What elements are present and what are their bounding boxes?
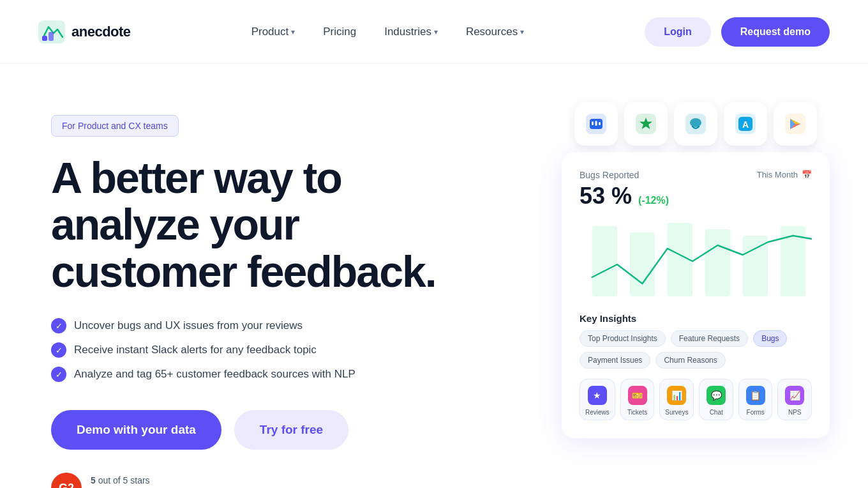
card-header: Bugs Reported 53 % (-12%) This Month 📅 bbox=[580, 170, 812, 210]
check-icon: ✓ bbox=[51, 318, 66, 333]
login-button[interactable]: Login bbox=[645, 17, 711, 47]
rating-row: G2 5 out of 5 stars ★ ★ ★ ★ ★ bbox=[51, 473, 436, 488]
nav-links: Product ▾ Pricing Industries ▾ Resources… bbox=[240, 19, 536, 45]
svg-rect-21 bbox=[630, 233, 655, 296]
nav-resources[interactable]: Resources ▾ bbox=[454, 19, 535, 45]
svg-rect-23 bbox=[705, 229, 730, 296]
source-reviews[interactable]: ★ Reviews bbox=[580, 379, 615, 420]
surveys-icon: 📊 bbox=[667, 386, 686, 405]
feature-item: ✓ Uncover bugs and UX issues from your r… bbox=[51, 318, 436, 333]
logo-icon bbox=[38, 20, 65, 43]
tickets-label: Tickets bbox=[627, 409, 647, 416]
tag-payment-issues[interactable]: Payment Issues bbox=[580, 352, 650, 369]
source-chat[interactable]: 💬 Chat bbox=[699, 379, 733, 420]
surveys-label: Surveys bbox=[665, 409, 688, 416]
trustpilot-icon-box[interactable] bbox=[624, 102, 668, 146]
source-forms[interactable]: 📋 Forms bbox=[738, 379, 773, 420]
hero-features: ✓ Uncover bugs and UX issues from your r… bbox=[51, 318, 436, 382]
tickets-icon: 🎫 bbox=[628, 386, 647, 405]
svg-rect-6 bbox=[595, 121, 597, 126]
nav-pricing[interactable]: Pricing bbox=[311, 19, 368, 45]
logo-text: anecdote bbox=[71, 24, 131, 40]
this-month: This Month 📅 bbox=[757, 170, 812, 179]
svg-rect-5 bbox=[592, 121, 594, 125]
hero-title: A better way toanalyze yourcustomer feed… bbox=[51, 155, 436, 295]
hero-content: For Product and CX teams A better way to… bbox=[51, 102, 436, 488]
rating-info: 5 out of 5 stars ★ ★ ★ ★ ★ bbox=[91, 475, 150, 488]
chevron-down-icon: ▾ bbox=[291, 27, 295, 36]
chat-label: Chat bbox=[710, 409, 723, 416]
nps-icon: 📈 bbox=[785, 386, 804, 405]
tag-churn-reasons[interactable]: Churn Reasons bbox=[655, 352, 725, 369]
svg-rect-20 bbox=[592, 226, 617, 296]
svg-rect-7 bbox=[599, 122, 601, 125]
source-buttons: ★ Reviews 🎫 Tickets 📊 Surveys 💬 Chat 📋 bbox=[580, 379, 812, 420]
source-tickets[interactable]: 🎫 Tickets bbox=[620, 379, 655, 420]
nps-label: NPS bbox=[788, 409, 802, 416]
svg-rect-2 bbox=[49, 32, 54, 41]
nav-actions: Login Request demo bbox=[645, 17, 830, 47]
surveymonkey-icon-box[interactable] bbox=[674, 102, 717, 146]
svg-point-11 bbox=[690, 118, 701, 127]
tag-feature-requests[interactable]: Feature Requests bbox=[671, 330, 748, 347]
chart-area bbox=[580, 220, 812, 303]
appstore-icon-box[interactable]: A bbox=[724, 102, 767, 146]
bugs-change: (-12%) bbox=[638, 195, 669, 206]
hero-badge: For Product and CX teams bbox=[51, 115, 179, 137]
feature-item: ✓ Receive instant Slack alerts for any f… bbox=[51, 342, 436, 358]
navbar: anecdote Product ▾ Pricing Industries ▾ … bbox=[0, 0, 868, 64]
reviews-label: Reviews bbox=[585, 409, 610, 416]
hero-cta: Demo with your data Try for free bbox=[51, 410, 436, 450]
request-demo-button[interactable]: Request demo bbox=[721, 17, 830, 47]
forms-label: Forms bbox=[747, 409, 765, 416]
source-icons-row: A bbox=[562, 102, 830, 146]
tag-top-product[interactable]: Top Product Insights bbox=[580, 330, 666, 347]
tag-bugs[interactable]: Bugs bbox=[753, 330, 787, 347]
calendar-icon[interactable]: 📅 bbox=[802, 170, 812, 179]
dashboard-card: Bugs Reported 53 % (-12%) This Month 📅 bbox=[562, 152, 830, 438]
nav-product[interactable]: Product ▾ bbox=[240, 19, 307, 45]
svg-rect-1 bbox=[42, 36, 47, 41]
intercom-icon-box[interactable] bbox=[574, 102, 618, 146]
source-surveys[interactable]: 📊 Surveys bbox=[659, 379, 694, 420]
bugs-stats: Bugs Reported 53 % (-12%) bbox=[580, 170, 669, 210]
demo-button[interactable]: Demo with your data bbox=[51, 410, 221, 450]
forms-icon: 📋 bbox=[746, 386, 765, 405]
logo[interactable]: anecdote bbox=[38, 20, 131, 43]
insights-title: Key Insights bbox=[580, 313, 812, 324]
check-icon: ✓ bbox=[51, 367, 66, 382]
googleplay-icon-box[interactable] bbox=[774, 102, 817, 146]
feature-item: ✓ Analyze and tag 65+ customer feedback … bbox=[51, 367, 436, 382]
chat-icon: 💬 bbox=[707, 386, 726, 405]
chevron-down-icon: ▾ bbox=[434, 27, 438, 36]
hero-dashboard: A Bugs Reported 53 % bbox=[562, 102, 830, 438]
bugs-value-row: 53 % (-12%) bbox=[580, 183, 669, 210]
check-icon: ✓ bbox=[51, 342, 66, 358]
rating-text: 5 out of 5 stars bbox=[91, 475, 150, 485]
bugs-value: 53 % bbox=[580, 183, 632, 210]
svg-text:A: A bbox=[742, 119, 749, 130]
insights-tags: Top Product Insights Feature Requests Bu… bbox=[580, 330, 812, 369]
chart-svg bbox=[580, 220, 812, 303]
hero-section: For Product and CX teams A better way to… bbox=[0, 64, 868, 488]
nav-industries[interactable]: Industries ▾ bbox=[373, 19, 449, 45]
source-nps[interactable]: 📈 NPS bbox=[777, 379, 812, 420]
g2-badge: G2 bbox=[51, 473, 82, 488]
try-free-button[interactable]: Try for free bbox=[234, 410, 348, 450]
chevron-down-icon: ▾ bbox=[520, 27, 524, 36]
bugs-label: Bugs Reported bbox=[580, 170, 669, 180]
reviews-icon: ★ bbox=[588, 386, 607, 405]
